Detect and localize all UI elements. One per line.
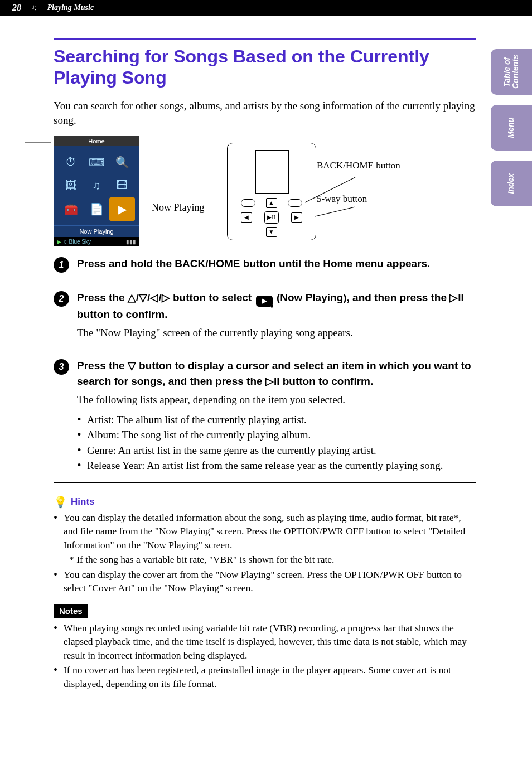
tab-index[interactable]: Index xyxy=(491,161,532,206)
callout-five-way: 5-way button xyxy=(317,194,367,205)
home-screen-selected-label: Now Playing xyxy=(54,225,139,237)
step-heading: Press the ▽ button to display a cursor a… xyxy=(77,358,476,389)
step-body: The "Now Playing" screen of the currentl… xyxy=(77,325,476,341)
list-item: Release Year: An artist list from the sa… xyxy=(77,458,476,473)
hints-footnote: * If the song has a variable bit rate, "… xyxy=(54,553,476,567)
step-heading: Press the △/▽/◁/▷ button to select ▶ (No… xyxy=(77,290,476,322)
title-rule xyxy=(54,38,476,40)
step-body: The following lists appear, depending on… xyxy=(77,392,476,408)
content-area: Searching for Songs Based on the Current… xyxy=(54,38,476,690)
page-title: Searching for Songs Based on the Current… xyxy=(54,46,476,89)
hints-section: 💡 Hints You can display the detailed inf… xyxy=(54,495,476,691)
center-play-button: ▶II xyxy=(264,211,279,224)
left-oval-button xyxy=(241,199,255,207)
section-title: Playing Music xyxy=(47,3,94,12)
step-badge: 3 xyxy=(54,359,69,375)
direction-glyphs: △/▽/◁/▷ xyxy=(128,290,170,306)
footer-note-icon: ♫ xyxy=(63,239,67,245)
home-screen-title: Home xyxy=(54,136,139,146)
page-number: 28 xyxy=(12,3,21,13)
play-indicator-icon: ▶ xyxy=(57,239,61,245)
clock-icon: ⏱ xyxy=(58,151,84,174)
video-icon: 🎞 xyxy=(109,174,135,197)
list-item: Genre: An artist list in the same genre … xyxy=(77,443,476,458)
down-glyph: ▽ xyxy=(128,358,136,374)
list-item: You can display the detailed information… xyxy=(54,511,476,552)
step-3: 3 Press the ▽ button to display a cursor… xyxy=(54,350,476,482)
search-icon: 🔍 xyxy=(109,151,135,174)
footer-song-title: Blue Sky xyxy=(69,239,91,245)
hints-list: You can display the detailed information… xyxy=(54,511,476,552)
bulb-icon: 💡 xyxy=(54,495,67,509)
photo-icon: 🖼 xyxy=(58,174,84,197)
intro-paragraph: You can search for other songs, albums, … xyxy=(54,99,476,128)
tab-menu[interactable]: Menu xyxy=(491,105,532,151)
side-tabs: Table of Contents Menu Index xyxy=(491,49,532,206)
tab-label: Table of Contents xyxy=(503,49,520,95)
home-screen-figure: Home ⏱ ⌨ 🔍 🖼 ♫ 🎞 🧰 📄 ▶ Now Playing xyxy=(54,136,139,246)
hints-label: Hints xyxy=(71,496,95,507)
device-screen xyxy=(255,150,289,194)
hints-heading: 💡 Hints xyxy=(54,495,476,509)
music-icon: ♫ xyxy=(84,174,109,197)
left-button: ◀ xyxy=(241,212,252,223)
play-pause-glyph: ▷II xyxy=(449,290,464,306)
list-item: You can display the cover art from the "… xyxy=(54,568,476,595)
down-button: ▼ xyxy=(266,227,277,237)
notes-list: When playing songs recorded using variab… xyxy=(54,621,476,691)
home-screen-grid: ⏱ ⌨ 🔍 🖼 ♫ 🎞 🧰 📄 ▶ xyxy=(54,146,139,225)
notes-label: Notes xyxy=(54,604,88,618)
battery-icon: ▮▮▮ xyxy=(126,239,136,245)
tab-label: Index xyxy=(507,173,515,194)
play-pause-glyph: ▷II xyxy=(265,374,280,389)
device-figure: ▲ ◀ ▶II ▶ ▼ xyxy=(227,143,316,240)
figure-row: Home ⏱ ⌨ 🔍 🖼 ♫ 🎞 🧰 📄 ▶ Now Playing xyxy=(54,136,476,248)
playlist-icon: 📄 xyxy=(84,197,109,221)
tab-table-of-contents[interactable]: Table of Contents xyxy=(491,49,532,95)
up-button: ▲ xyxy=(266,198,277,208)
list-item: If no cover art has been registered, a p… xyxy=(54,663,476,690)
step-bullet-list: Artist: The album list of the currently … xyxy=(77,412,476,473)
step-1: 1 Press and hold the BACK/HOME button un… xyxy=(54,248,476,282)
music-note-icon: ♫ xyxy=(31,3,37,12)
now-playing-inline-icon: ▶ xyxy=(256,296,273,307)
callout-now-playing: Now Playing xyxy=(152,202,205,214)
step-heading: Press and hold the BACK/HOME button unti… xyxy=(77,256,476,272)
list-item: Album: The song list of the currently pl… xyxy=(77,427,476,443)
tab-label: Menu xyxy=(507,118,515,138)
list-item: When playing songs recorded using variab… xyxy=(54,621,476,663)
separator xyxy=(54,482,476,483)
keyboard-icon: ⌨ xyxy=(84,151,109,174)
now-playing-icon: ▶ xyxy=(109,197,135,221)
page: 28 ♫ Playing Music Table of Contents Men… xyxy=(0,0,532,764)
hints-list: You can display the cover art from the "… xyxy=(54,568,476,595)
home-screen-footer: ▶ ♫ Blue Sky ▮▮▮ xyxy=(54,237,139,246)
step-2: 2 Press the △/▽/◁/▷ button to select ▶ (… xyxy=(54,282,476,350)
step-badge: 1 xyxy=(54,257,69,273)
callout-back-home: BACK/HOME button xyxy=(317,161,400,171)
top-header-bar: 28 ♫ Playing Music xyxy=(0,0,532,16)
list-item: Artist: The album list of the currently … xyxy=(77,412,476,428)
settings-icon: 🧰 xyxy=(58,197,84,221)
step-badge: 2 xyxy=(54,291,69,307)
svg-line-2 xyxy=(315,207,355,216)
